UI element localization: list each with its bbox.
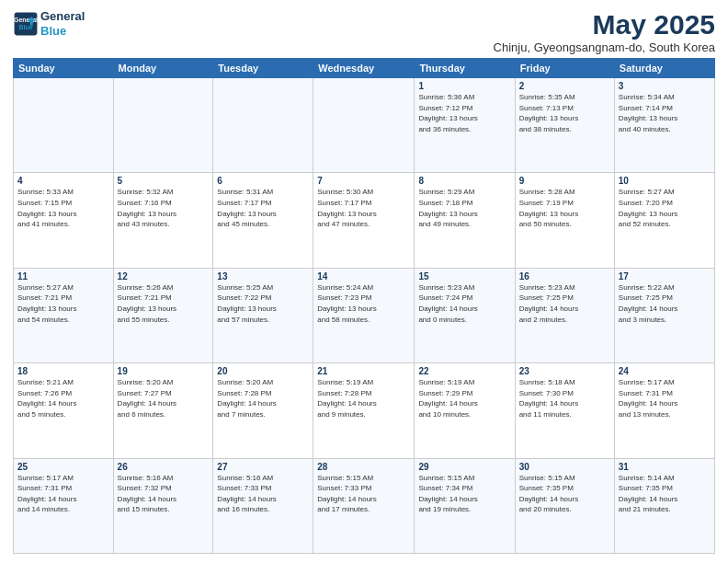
day-info: Sunrise: 5:26 AMSunset: 7:21 PMDaylight:… <box>118 282 210 325</box>
day-number: 24 <box>619 366 711 376</box>
day-number: 17 <box>619 271 711 282</box>
logo-icon: General Blue <box>13 11 39 37</box>
day-number: 8 <box>418 176 510 186</box>
table-cell: 4Sunrise: 5:33 AMSunset: 7:15 PMDaylight… <box>14 173 114 268</box>
day-info: Sunrise: 5:35 AMSunset: 7:13 PMDaylight:… <box>519 92 610 134</box>
day-number: 18 <box>17 366 109 376</box>
header-row: Sunday Monday Tuesday Wednesday Thursday… <box>14 59 715 78</box>
day-info: Sunrise: 5:16 AMSunset: 7:33 PMDaylight:… <box>217 473 309 515</box>
table-cell: 15Sunrise: 5:23 AMSunset: 7:24 PMDayligh… <box>415 268 515 362</box>
day-info: Sunrise: 5:27 AMSunset: 7:20 PMDaylight:… <box>619 187 711 229</box>
day-number: 5 <box>118 176 210 186</box>
day-number: 10 <box>619 176 711 186</box>
day-number: 25 <box>17 462 109 472</box>
table-cell: 20Sunrise: 5:20 AMSunset: 7:28 PMDayligh… <box>213 363 313 458</box>
day-number: 2 <box>519 81 610 91</box>
week-row-1: 1Sunrise: 5:36 AMSunset: 7:12 PMDaylight… <box>14 78 715 173</box>
day-info: Sunrise: 5:18 AMSunset: 7:30 PMDaylight:… <box>519 377 610 419</box>
day-number: 19 <box>118 366 210 376</box>
day-number: 11 <box>17 271 109 282</box>
day-number: 30 <box>519 462 610 472</box>
day-number: 7 <box>317 176 410 186</box>
day-number: 13 <box>217 271 309 282</box>
day-number: 12 <box>118 271 210 282</box>
table-cell: 26Sunrise: 5:16 AMSunset: 7:32 PMDayligh… <box>113 458 213 553</box>
week-row-3: 11Sunrise: 5:27 AMSunset: 7:21 PMDayligh… <box>14 268 715 362</box>
day-info: Sunrise: 5:15 AMSunset: 7:35 PMDaylight:… <box>519 473 610 515</box>
day-number: 16 <box>519 271 610 282</box>
day-number: 31 <box>619 462 711 472</box>
logo-text: General Blue <box>40 9 85 38</box>
day-info: Sunrise: 5:27 AMSunset: 7:21 PMDaylight:… <box>17 282 109 325</box>
table-cell: 1Sunrise: 5:36 AMSunset: 7:12 PMDaylight… <box>415 78 515 173</box>
week-row-4: 18Sunrise: 5:21 AMSunset: 7:26 PMDayligh… <box>14 363 715 458</box>
table-cell <box>113 78 213 173</box>
col-wednesday: Wednesday <box>313 59 415 78</box>
table-cell: 31Sunrise: 5:14 AMSunset: 7:35 PMDayligh… <box>614 458 714 553</box>
day-info: Sunrise: 5:20 AMSunset: 7:27 PMDaylight:… <box>118 377 210 419</box>
title-block: May 2025 Chinju, Gyeongsangnam-do, South… <box>494 9 715 54</box>
day-number: 27 <box>217 462 309 472</box>
table-cell: 18Sunrise: 5:21 AMSunset: 7:26 PMDayligh… <box>14 363 114 458</box>
col-friday: Friday <box>515 59 614 78</box>
header: General Blue General Blue May 2025 Chinj… <box>13 9 715 54</box>
day-info: Sunrise: 5:25 AMSunset: 7:22 PMDaylight:… <box>217 282 309 325</box>
day-info: Sunrise: 5:17 AMSunset: 7:31 PMDaylight:… <box>619 377 711 419</box>
day-info: Sunrise: 5:23 AMSunset: 7:25 PMDaylight:… <box>519 282 610 325</box>
calendar-table: Sunday Monday Tuesday Wednesday Thursday… <box>13 58 715 554</box>
day-number: 6 <box>217 176 309 186</box>
week-row-2: 4Sunrise: 5:33 AMSunset: 7:15 PMDaylight… <box>14 173 715 268</box>
table-cell: 6Sunrise: 5:31 AMSunset: 7:17 PMDaylight… <box>213 173 313 268</box>
day-number: 15 <box>418 271 510 282</box>
table-cell: 30Sunrise: 5:15 AMSunset: 7:35 PMDayligh… <box>515 458 614 553</box>
table-cell: 13Sunrise: 5:25 AMSunset: 7:22 PMDayligh… <box>213 268 313 362</box>
col-sunday: Sunday <box>14 59 114 78</box>
col-saturday: Saturday <box>614 59 714 78</box>
day-info: Sunrise: 5:15 AMSunset: 7:33 PMDaylight:… <box>317 473 410 515</box>
day-info: Sunrise: 5:24 AMSunset: 7:23 PMDaylight:… <box>317 282 410 325</box>
day-number: 3 <box>619 81 711 91</box>
day-number: 29 <box>418 462 510 472</box>
calendar-subtitle: Chinju, Gyeongsangnam-do, South Korea <box>494 40 715 54</box>
table-cell: 17Sunrise: 5:22 AMSunset: 7:25 PMDayligh… <box>614 268 714 362</box>
day-info: Sunrise: 5:33 AMSunset: 7:15 PMDaylight:… <box>17 187 109 229</box>
table-cell: 11Sunrise: 5:27 AMSunset: 7:21 PMDayligh… <box>14 268 114 362</box>
col-monday: Monday <box>113 59 213 78</box>
day-number: 1 <box>418 81 510 91</box>
table-cell: 21Sunrise: 5:19 AMSunset: 7:28 PMDayligh… <box>313 363 415 458</box>
day-number: 26 <box>118 462 210 472</box>
table-cell: 9Sunrise: 5:28 AMSunset: 7:19 PMDaylight… <box>515 173 614 268</box>
calendar-title: May 2025 <box>494 9 715 40</box>
logo: General Blue General Blue <box>13 9 85 38</box>
table-cell <box>14 78 114 173</box>
day-number: 14 <box>317 271 410 282</box>
table-cell: 27Sunrise: 5:16 AMSunset: 7:33 PMDayligh… <box>213 458 313 553</box>
col-tuesday: Tuesday <box>213 59 313 78</box>
day-info: Sunrise: 5:29 AMSunset: 7:18 PMDaylight:… <box>418 187 510 229</box>
table-cell: 3Sunrise: 5:34 AMSunset: 7:14 PMDaylight… <box>614 78 714 173</box>
day-info: Sunrise: 5:14 AMSunset: 7:35 PMDaylight:… <box>619 473 711 515</box>
day-info: Sunrise: 5:20 AMSunset: 7:28 PMDaylight:… <box>217 377 309 419</box>
day-number: 4 <box>17 176 109 186</box>
day-info: Sunrise: 5:16 AMSunset: 7:32 PMDaylight:… <box>118 473 210 515</box>
table-cell: 5Sunrise: 5:32 AMSunset: 7:16 PMDaylight… <box>113 173 213 268</box>
table-cell: 25Sunrise: 5:17 AMSunset: 7:31 PMDayligh… <box>14 458 114 553</box>
table-cell: 23Sunrise: 5:18 AMSunset: 7:30 PMDayligh… <box>515 363 614 458</box>
day-number: 23 <box>519 366 610 376</box>
day-number: 28 <box>317 462 410 472</box>
day-info: Sunrise: 5:17 AMSunset: 7:31 PMDaylight:… <box>17 473 109 515</box>
day-info: Sunrise: 5:34 AMSunset: 7:14 PMDaylight:… <box>619 92 711 134</box>
day-info: Sunrise: 5:19 AMSunset: 7:29 PMDaylight:… <box>418 377 510 419</box>
day-number: 22 <box>418 366 510 376</box>
table-cell: 10Sunrise: 5:27 AMSunset: 7:20 PMDayligh… <box>614 173 714 268</box>
table-cell: 12Sunrise: 5:26 AMSunset: 7:21 PMDayligh… <box>113 268 213 362</box>
table-cell: 28Sunrise: 5:15 AMSunset: 7:33 PMDayligh… <box>313 458 415 553</box>
table-cell: 2Sunrise: 5:35 AMSunset: 7:13 PMDaylight… <box>515 78 614 173</box>
day-info: Sunrise: 5:22 AMSunset: 7:25 PMDaylight:… <box>619 282 711 325</box>
day-info: Sunrise: 5:36 AMSunset: 7:12 PMDaylight:… <box>418 92 510 134</box>
day-info: Sunrise: 5:15 AMSunset: 7:34 PMDaylight:… <box>418 473 510 515</box>
day-info: Sunrise: 5:21 AMSunset: 7:26 PMDaylight:… <box>17 377 109 419</box>
day-info: Sunrise: 5:32 AMSunset: 7:16 PMDaylight:… <box>118 187 210 229</box>
col-thursday: Thursday <box>415 59 515 78</box>
day-info: Sunrise: 5:28 AMSunset: 7:19 PMDaylight:… <box>519 187 610 229</box>
